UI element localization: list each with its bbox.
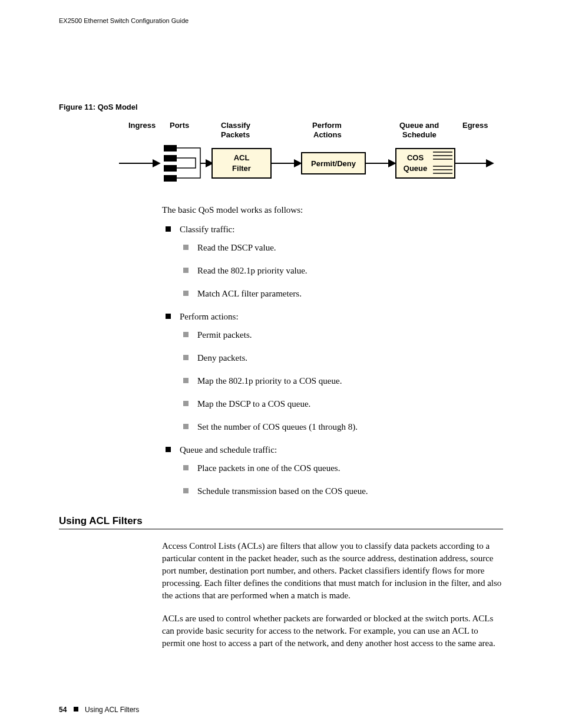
label-classify-2: Packets — [221, 130, 250, 139]
label-queue-2: Schedule — [402, 130, 437, 139]
list-text: Perform actions: — [180, 312, 239, 321]
box-permit: Permit/Deny — [311, 159, 356, 168]
footer-section: Using ACL Filters — [85, 706, 139, 714]
list-item: Permit packets. — [180, 329, 503, 341]
svg-rect-3 — [164, 165, 177, 172]
box-cos-1: COS — [407, 153, 424, 162]
list-item: Match ACL filter parameters. — [180, 288, 503, 300]
list-item: Classify traffic: Read the DSCP value. R… — [162, 223, 503, 300]
list-item: Place packets in one of the COS queues. — [180, 462, 503, 475]
intro-text: The basic QoS model works as follows: — [162, 204, 503, 216]
list-item: Map the DSCP to a COS queue. — [180, 398, 503, 410]
page-footer: 54 Using ACL Filters — [59, 705, 139, 715]
label-perform-2: Actions — [313, 130, 342, 139]
list-item: Read the 802.1p priority value. — [180, 265, 503, 277]
box-acl-2: Filter — [232, 164, 251, 173]
label-egress: Egress — [462, 121, 488, 130]
label-queue-1: Queue and — [399, 121, 439, 130]
para-2: ACLs are used to control whether packets… — [162, 612, 503, 650]
list-item: Queue and schedule traffic: Place packet… — [162, 444, 503, 498]
list-text: Classify traffic: — [180, 225, 234, 234]
svg-rect-1 — [164, 145, 177, 151]
qos-steps-list: Classify traffic: Read the DSCP value. R… — [162, 223, 503, 498]
page: EX2500 Ethernet Switch Configuration Gui… — [0, 0, 562, 728]
list-item: Set the number of COS queues (1 through … — [180, 421, 503, 433]
svg-rect-4 — [164, 175, 177, 182]
box-acl-1: ACL — [234, 153, 250, 162]
list-item: Read the DSCP value. — [180, 242, 503, 254]
list-text: Queue and schedule traffic: — [180, 445, 277, 454]
label-ingress: Ingress — [128, 121, 156, 130]
para-1: Access Control Lists (ACLs) are filters … — [162, 540, 503, 602]
svg-rect-2 — [164, 155, 177, 162]
list-item: Perform actions: Permit packets. Deny pa… — [162, 311, 503, 433]
running-header: EX2500 Ethernet Switch Configuration Gui… — [59, 17, 503, 25]
label-perform-1: Perform — [312, 121, 342, 130]
box-cos-2: Queue — [404, 164, 427, 173]
section-heading: Using ACL Filters — [59, 514, 503, 530]
square-icon — [74, 707, 78, 711]
figure-caption: Figure 11: QoS Model — [59, 102, 503, 113]
page-number: 54 — [59, 706, 67, 714]
label-ports: Ports — [170, 121, 189, 130]
list-item: Schedule transmission based on the COS q… — [180, 485, 503, 498]
body-content: The basic QoS model works as follows: Cl… — [162, 204, 503, 498]
qos-diagram: Ingress Ports Classify Packets Perform A… — [118, 119, 495, 193]
list-item: Deny packets. — [180, 352, 503, 364]
label-classify-1: Classify — [221, 121, 251, 130]
section-body: Access Control Lists (ACLs) are filters … — [162, 540, 503, 650]
list-item: Map the 802.1p priority to a COS queue. — [180, 375, 503, 387]
